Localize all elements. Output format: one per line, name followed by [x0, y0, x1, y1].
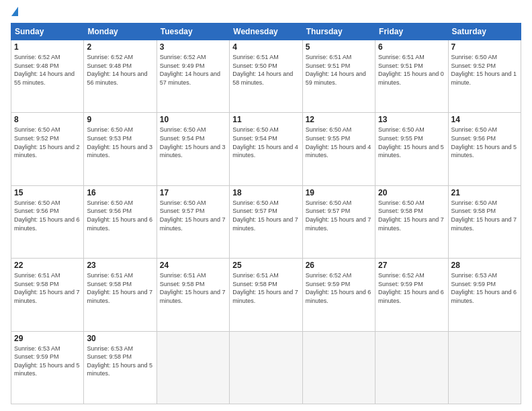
day-info: Sunrise: 6:51 AMSunset: 9:58 PMDaylight:…	[14, 271, 81, 305]
day-info: Sunrise: 6:53 AMSunset: 9:58 PMDaylight:…	[87, 345, 153, 378]
calendar-cell: 2Sunrise: 6:52 AMSunset: 9:48 PMDaylight…	[84, 40, 157, 113]
logo-icon	[11, 7, 18, 16]
calendar-cell: 15Sunrise: 6:50 AMSunset: 9:56 PMDayligh…	[11, 185, 84, 258]
calendar-cell	[375, 331, 448, 404]
day-number: 12	[306, 115, 372, 124]
weekday-header-saturday: Saturday	[448, 24, 521, 40]
day-number: 1	[14, 42, 81, 52]
calendar-cell: 26Sunrise: 6:52 AMSunset: 9:59 PMDayligh…	[302, 259, 375, 331]
calendar-cell: 16Sunrise: 6:50 AMSunset: 9:56 PMDayligh…	[84, 185, 157, 258]
day-info: Sunrise: 6:51 AMSunset: 9:51 PMDaylight:…	[378, 53, 445, 87]
calendar-week-row: 1Sunrise: 6:52 AMSunset: 9:48 PMDaylight…	[11, 40, 521, 113]
weekday-header-monday: Monday	[84, 24, 157, 40]
day-info: Sunrise: 6:51 AMSunset: 9:50 PMDaylight:…	[232, 53, 299, 87]
calendar-cell: 27Sunrise: 6:52 AMSunset: 9:59 PMDayligh…	[375, 259, 448, 331]
calendar-table: SundayMondayTuesdayWednesdayThursdayFrid…	[11, 23, 521, 404]
day-number: 18	[232, 188, 299, 197]
calendar-cell	[230, 331, 302, 404]
day-number: 5	[306, 42, 372, 52]
calendar-cell: 30Sunrise: 6:53 AMSunset: 9:58 PMDayligh…	[84, 331, 157, 404]
day-number: 26	[306, 261, 372, 270]
day-info: Sunrise: 6:53 AMSunset: 9:59 PMDaylight:…	[14, 345, 81, 378]
calendar-week-row: 15Sunrise: 6:50 AMSunset: 9:56 PMDayligh…	[11, 185, 521, 258]
weekday-header-sunday: Sunday	[11, 24, 84, 40]
day-info: Sunrise: 6:50 AMSunset: 9:58 PMDaylight:…	[451, 199, 518, 232]
day-number: 7	[451, 42, 518, 52]
day-info: Sunrise: 6:50 AMSunset: 9:52 PMDaylight:…	[451, 53, 518, 87]
calendar-cell: 19Sunrise: 6:50 AMSunset: 9:57 PMDayligh…	[302, 185, 375, 258]
weekday-header-thursday: Thursday	[302, 24, 375, 40]
day-number: 2	[87, 42, 153, 52]
calendar-cell: 7Sunrise: 6:50 AMSunset: 9:52 PMDaylight…	[448, 40, 521, 113]
logo	[11, 8, 18, 17]
calendar-page: SundayMondayTuesdayWednesdayThursdayFrid…	[0, 0, 532, 411]
day-info: Sunrise: 6:52 AMSunset: 9:48 PMDaylight:…	[14, 53, 81, 87]
weekday-header-row: SundayMondayTuesdayWednesdayThursdayFrid…	[11, 24, 521, 40]
day-info: Sunrise: 6:52 AMSunset: 9:59 PMDaylight:…	[306, 271, 372, 305]
calendar-cell: 3Sunrise: 6:52 AMSunset: 9:49 PMDaylight…	[157, 40, 229, 113]
day-info: Sunrise: 6:50 AMSunset: 9:56 PMDaylight:…	[451, 126, 518, 159]
day-number: 15	[14, 188, 81, 197]
calendar-cell: 6Sunrise: 6:51 AMSunset: 9:51 PMDaylight…	[375, 40, 448, 113]
day-info: Sunrise: 6:50 AMSunset: 9:55 PMDaylight:…	[306, 126, 372, 159]
day-info: Sunrise: 6:51 AMSunset: 9:51 PMDaylight:…	[306, 53, 372, 87]
day-number: 22	[14, 261, 81, 270]
day-number: 9	[87, 115, 153, 124]
calendar-week-row: 22Sunrise: 6:51 AMSunset: 9:58 PMDayligh…	[11, 259, 521, 331]
day-info: Sunrise: 6:50 AMSunset: 9:56 PMDaylight:…	[87, 199, 153, 232]
day-number: 14	[451, 115, 518, 124]
calendar-cell: 28Sunrise: 6:53 AMSunset: 9:59 PMDayligh…	[448, 259, 521, 331]
calendar-cell	[302, 331, 375, 404]
day-info: Sunrise: 6:50 AMSunset: 9:54 PMDaylight:…	[160, 126, 226, 159]
day-number: 25	[232, 261, 299, 270]
calendar-week-row: 8Sunrise: 6:50 AMSunset: 9:52 PMDaylight…	[11, 113, 521, 185]
day-info: Sunrise: 6:52 AMSunset: 9:49 PMDaylight:…	[160, 53, 226, 87]
calendar-cell	[157, 331, 229, 404]
day-info: Sunrise: 6:50 AMSunset: 9:55 PMDaylight:…	[378, 126, 445, 159]
day-info: Sunrise: 6:52 AMSunset: 9:59 PMDaylight:…	[378, 271, 445, 305]
calendar-cell: 25Sunrise: 6:51 AMSunset: 9:58 PMDayligh…	[230, 259, 302, 331]
day-info: Sunrise: 6:50 AMSunset: 9:54 PMDaylight:…	[232, 126, 299, 159]
day-info: Sunrise: 6:51 AMSunset: 9:58 PMDaylight:…	[160, 271, 226, 305]
calendar-cell: 13Sunrise: 6:50 AMSunset: 9:55 PMDayligh…	[375, 113, 448, 185]
day-info: Sunrise: 6:53 AMSunset: 9:59 PMDaylight:…	[451, 271, 518, 305]
day-number: 28	[451, 261, 518, 270]
day-number: 23	[87, 261, 153, 270]
day-number: 19	[306, 188, 372, 197]
day-info: Sunrise: 6:52 AMSunset: 9:48 PMDaylight:…	[87, 53, 153, 87]
calendar-cell: 4Sunrise: 6:51 AMSunset: 9:50 PMDaylight…	[230, 40, 302, 113]
calendar-week-row: 29Sunrise: 6:53 AMSunset: 9:59 PMDayligh…	[11, 331, 521, 404]
calendar-cell: 23Sunrise: 6:51 AMSunset: 9:58 PMDayligh…	[84, 259, 157, 331]
weekday-header-friday: Friday	[375, 24, 448, 40]
day-number: 6	[378, 42, 445, 52]
day-number: 21	[451, 188, 518, 197]
day-number: 8	[14, 115, 81, 124]
day-info: Sunrise: 6:51 AMSunset: 9:58 PMDaylight:…	[232, 271, 299, 305]
calendar-cell: 10Sunrise: 6:50 AMSunset: 9:54 PMDayligh…	[157, 113, 229, 185]
calendar-cell: 24Sunrise: 6:51 AMSunset: 9:58 PMDayligh…	[157, 259, 229, 331]
day-info: Sunrise: 6:50 AMSunset: 9:52 PMDaylight:…	[14, 126, 81, 159]
day-number: 16	[87, 188, 153, 197]
calendar-cell: 18Sunrise: 6:50 AMSunset: 9:57 PMDayligh…	[230, 185, 302, 258]
calendar-cell: 8Sunrise: 6:50 AMSunset: 9:52 PMDaylight…	[11, 113, 84, 185]
calendar-cell: 11Sunrise: 6:50 AMSunset: 9:54 PMDayligh…	[230, 113, 302, 185]
day-number: 24	[160, 261, 226, 270]
day-number: 20	[378, 188, 445, 197]
calendar-cell: 21Sunrise: 6:50 AMSunset: 9:58 PMDayligh…	[448, 185, 521, 258]
day-info: Sunrise: 6:50 AMSunset: 9:56 PMDaylight:…	[14, 199, 81, 232]
page-header	[11, 8, 521, 17]
day-number: 3	[160, 42, 226, 52]
day-number: 27	[378, 261, 445, 270]
day-number: 13	[378, 115, 445, 124]
day-info: Sunrise: 6:50 AMSunset: 9:57 PMDaylight:…	[160, 199, 226, 232]
calendar-cell: 9Sunrise: 6:50 AMSunset: 9:53 PMDaylight…	[84, 113, 157, 185]
day-info: Sunrise: 6:50 AMSunset: 9:57 PMDaylight:…	[306, 199, 372, 232]
calendar-cell: 17Sunrise: 6:50 AMSunset: 9:57 PMDayligh…	[157, 185, 229, 258]
day-number: 29	[14, 334, 81, 343]
calendar-cell: 22Sunrise: 6:51 AMSunset: 9:58 PMDayligh…	[11, 259, 84, 331]
day-info: Sunrise: 6:51 AMSunset: 9:58 PMDaylight:…	[87, 271, 153, 305]
calendar-cell: 20Sunrise: 6:50 AMSunset: 9:58 PMDayligh…	[375, 185, 448, 258]
day-number: 30	[87, 334, 153, 343]
calendar-cell: 1Sunrise: 6:52 AMSunset: 9:48 PMDaylight…	[11, 40, 84, 113]
day-info: Sunrise: 6:50 AMSunset: 9:58 PMDaylight:…	[378, 199, 445, 232]
